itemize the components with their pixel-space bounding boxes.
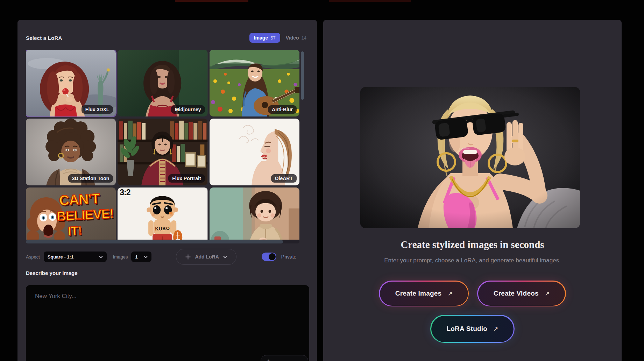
aspect-label: Aspect (26, 254, 40, 260)
cta-button-row: Create Images ↗ Create Videos ↗ (323, 281, 622, 306)
images-count-value: 1 (135, 254, 137, 260)
chevron-down-icon (99, 256, 103, 258)
lora-tile-meme[interactable]: CAN'T BELIEVE! IT! (26, 187, 116, 240)
lora-tile-oleart[interactable]: OleART (210, 119, 299, 185)
lora-tile-label: Anti-Blur (268, 105, 297, 114)
tab-image-label: Image (254, 35, 268, 41)
plus-icon (185, 254, 191, 260)
grid-vertical-scrollbar[interactable] (301, 51, 304, 100)
lora-thumbnail-illustration (210, 187, 299, 240)
welcome-heading: Create stylized images in seconds (323, 239, 622, 250)
add-lora-label: Add LoRA (195, 254, 219, 260)
images-count-select[interactable]: 1 (131, 252, 151, 262)
welcome-panel: Create stylized images in seconds Enter … (323, 20, 622, 361)
arrow-up-right-icon: ↗ (447, 290, 452, 297)
arrow-up-right-icon: ↗ (545, 290, 550, 297)
hero-image (360, 87, 580, 228)
tab-video[interactable]: Video 14 (285, 33, 307, 43)
chevron-down-icon (223, 256, 227, 258)
aspect-badge: 3:2 (120, 188, 130, 197)
aspect-value: Square - 1:1 (48, 254, 73, 260)
meme-text-line3: IT! (68, 224, 82, 238)
tab-video-count: 14 (302, 35, 306, 41)
tab-video-label: Video (286, 35, 299, 41)
hero-illustration (360, 87, 580, 228)
arrow-up-right-icon: ↗ (493, 325, 498, 332)
create-videos-label: Create Videos (494, 290, 539, 297)
lora-tile-flux-portrait[interactable]: Flux Portrait (118, 119, 207, 185)
chevron-down-icon (144, 256, 148, 258)
lora-grid: Flux 3DXL Midjourn (26, 50, 299, 240)
grid-horizontal-scrollbar[interactable] (26, 240, 299, 243)
images-label: Images (113, 254, 128, 260)
lora-tile-3d-station-toon[interactable]: 3D Station Toon (26, 119, 116, 185)
private-label: Private (281, 254, 297, 260)
meme-text-line1: CAN'T (59, 191, 100, 208)
lora-tile-anti-blur[interactable]: Anti-Blur (210, 50, 299, 116)
meme-text-line2: BELIEVE! (56, 206, 114, 224)
lora-panel-header: Select a LoRA Image 57 Video 14 (26, 32, 307, 44)
lora-tile-label: Flux Portrait (168, 174, 205, 183)
create-images-button[interactable]: Create Images ↗ (379, 281, 469, 306)
prompt-input-container: ✦ₗ (26, 285, 309, 361)
toggle-knob (269, 253, 276, 260)
private-toggle[interactable] (262, 253, 276, 261)
background-sliver (175, 0, 248, 2)
lora-studio-button[interactable]: LoRA Studio ↗ (430, 315, 515, 343)
generation-controls: Aspect Square - 1:1 Images 1 Add LoRA Pr… (26, 249, 296, 265)
lora-tile-midjourney[interactable]: Midjourney (118, 50, 207, 116)
lora-tile-label: 3D Station Toon (68, 174, 113, 183)
create-images-label: Create Images (395, 290, 442, 297)
lora-tile-kubo[interactable]: 3:2 KUBO (118, 187, 207, 240)
lora-tile-label: Midjourney (171, 105, 205, 114)
lora-tile-cartoon-girl[interactable] (210, 187, 299, 240)
tab-image-count: 57 (270, 35, 275, 41)
grid-horizontal-scrollbar-thumb[interactable] (26, 240, 283, 243)
panel-title: Select a LoRA (26, 35, 62, 41)
lora-studio-label: LoRA Studio (447, 325, 488, 333)
lora-selection-panel: Select a LoRA Image 57 Video 14 (17, 20, 317, 361)
aspect-select[interactable]: Square - 1:1 (44, 252, 107, 262)
create-videos-button[interactable]: Create Videos ↗ (477, 281, 566, 306)
media-type-tabs: Image 57 Video 14 (249, 33, 307, 43)
lora-tile-flux-3dxl[interactable]: Flux 3DXL (26, 50, 116, 116)
welcome-subheading: Enter your prompt, choose a LoRA, and ge… (323, 257, 622, 264)
studio-button-row: LoRA Studio ↗ (323, 315, 622, 343)
prompt-input[interactable] (26, 285, 309, 361)
tab-image[interactable]: Image 57 (249, 33, 280, 43)
prompt-enhance-button[interactable]: ✦ₗ (261, 355, 308, 361)
background-sliver (329, 0, 411, 2)
describe-image-label: Describe your image (26, 270, 78, 276)
lora-tile-label: Flux 3DXL (82, 105, 113, 114)
add-lora-button[interactable]: Add LoRA (176, 249, 236, 265)
sparkle-icon: ✦ₗ (267, 358, 271, 361)
lora-tile-label: OleART (271, 174, 297, 183)
